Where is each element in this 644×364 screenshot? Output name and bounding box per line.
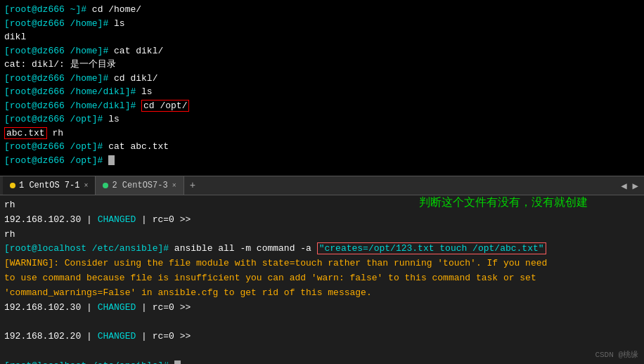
tab-nav: ◀▶ (618, 180, 641, 192)
tab-nav-right[interactable]: ▶ (630, 180, 641, 192)
tab-dot-tab1 (10, 183, 15, 188)
tab-label-tab1: 1 CentOS 7-1 (19, 181, 79, 190)
tab-nav-left[interactable]: ◀ (618, 180, 629, 192)
watermark: CSDN @桃缘 (595, 349, 638, 360)
tab-label-tab2: 2 CentOS7-3 (112, 181, 167, 190)
tab-add-button[interactable]: + (184, 178, 201, 193)
tab-tab2[interactable]: 2 CentOS7-3× (96, 176, 183, 195)
annotation-text: 判断这个文件有没有，没有就创建 (419, 195, 588, 210)
bottom-terminal: rh192.168.102.30 | CHANGED | rc=0 >>rh[r… (0, 195, 644, 364)
tab-tab1[interactable]: 1 CentOS 7-1× (3, 176, 96, 195)
tab-close-tab2[interactable]: × (172, 182, 176, 190)
tab-dot-tab2 (103, 183, 108, 188)
tab-close-tab1[interactable]: × (84, 182, 88, 190)
tab-bar: 1 CentOS 7-1×2 CentOS7-3×+◀▶ (0, 176, 644, 195)
top-terminal: [root@dz666 ~]# cd /home/[root@dz666 /ho… (0, 0, 644, 176)
